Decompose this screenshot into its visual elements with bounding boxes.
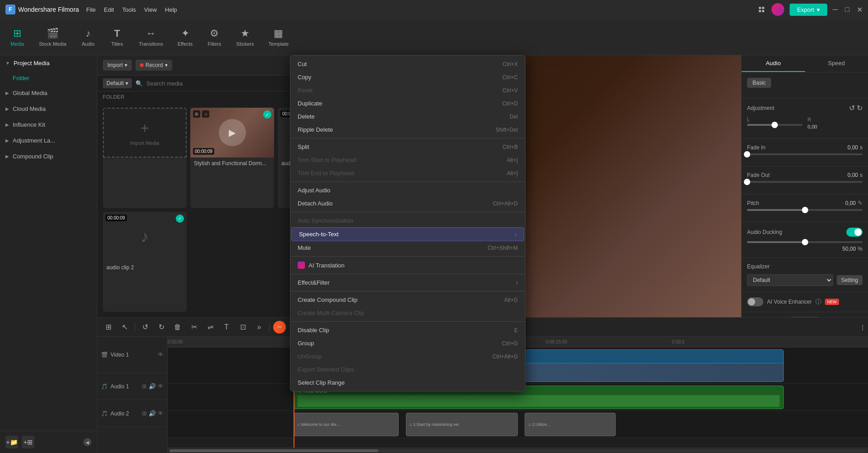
timeline-scrollbar[interactable]: [168, 448, 868, 453]
basic-button[interactable]: Basic: [747, 78, 771, 88]
import-media-item[interactable]: + Import Media: [103, 108, 187, 208]
eye-icon[interactable]: 👁: [158, 351, 164, 358]
menu-tools[interactable]: Tools: [122, 6, 136, 13]
chevron-right-icon: ▶: [5, 91, 9, 95]
ctx-effect-filter[interactable]: Effect&Filter ›: [290, 276, 525, 289]
equalizer-select[interactable]: Default: [747, 274, 833, 286]
sidebar-item-influence-kit[interactable]: ▶ Influence Kit: [0, 117, 97, 133]
sub-clip-3-label: ♫ 2:Utilize...: [528, 422, 550, 427]
ctx-paste: Paste Ctrl+V: [290, 84, 525, 97]
media-item-audio2[interactable]: ♪ 00:00:09 ✓ audio clip 2: [103, 212, 187, 312]
tab-audio[interactable]: Audio: [742, 55, 805, 72]
ctx-select-clip-range[interactable]: Select Clip Range: [290, 376, 525, 389]
toolbar: ⊞ Media 🎬 Stock Media ♪ Audio T Titles ↔…: [0, 19, 868, 55]
more-button[interactable]: »: [253, 321, 265, 334]
tool-audio[interactable]: ♪ Audio: [75, 25, 102, 49]
grid-icon[interactable]: [759, 7, 766, 12]
record-button[interactable]: Record ▾: [135, 60, 172, 71]
setting-button[interactable]: Setting: [837, 275, 863, 285]
fade-out-row: Fade Out 0,00 s: [747, 172, 863, 183]
redo-timeline-button[interactable]: ↻: [155, 321, 168, 334]
ripple-edit-button[interactable]: ⇌: [204, 321, 217, 334]
fade-out-slider[interactable]: [747, 181, 863, 183]
menu-view[interactable]: View: [144, 6, 157, 13]
eye3-icon[interactable]: 👁: [158, 410, 164, 417]
sort-button[interactable]: Default ▾: [103, 78, 132, 88]
sidebar-subitem-folder[interactable]: Folder: [0, 71, 97, 85]
undo-button[interactable]: ↺: [849, 104, 855, 112]
ctx-duplicate[interactable]: Duplicate Ctrl+D: [290, 97, 525, 110]
delete-timeline-button[interactable]: 🗑: [171, 321, 184, 334]
l-slider-track[interactable]: [747, 124, 802, 126]
select-tool-button[interactable]: ↖: [118, 321, 131, 334]
ctx-disable-clip[interactable]: Disable Clip E: [290, 324, 525, 337]
ai-voice-toggle[interactable]: [747, 297, 763, 306]
menu-edit[interactable]: Edit: [104, 6, 114, 13]
fade-in-slider[interactable]: [747, 153, 863, 155]
audio2-clip-2[interactable]: ♫ 1:Start by maximizing ver: [406, 413, 518, 436]
undo-timeline-button[interactable]: ↺: [139, 321, 151, 334]
tool-stickers[interactable]: ★ Stickers: [230, 25, 260, 49]
ctx-mute[interactable]: Mute Ctrl+Shift+M: [290, 241, 525, 254]
ctx-detach-audio[interactable]: Detach Audio Ctrl+Alt+D: [290, 197, 525, 210]
chevron-right-icon: ▶: [5, 154, 9, 159]
scissors-button[interactable]: ✂: [188, 321, 200, 334]
sidebar-item-project-media[interactable]: ▼ Project Media: [0, 55, 97, 71]
text-button[interactable]: T: [220, 321, 233, 334]
add-folder-button[interactable]: +📁: [5, 436, 18, 448]
ctx-cut[interactable]: Cut Ctrl+X: [290, 57, 525, 71]
ctx-copy[interactable]: Copy Ctrl+C: [290, 71, 525, 84]
tool-filters[interactable]: ⚙ Filters: [201, 25, 228, 49]
tool-stock-media[interactable]: 🎬 Stock Media: [33, 25, 73, 49]
ctx-delete[interactable]: Delete Del: [290, 110, 525, 123]
sidebar-item-adjustment-layer[interactable]: ▶ Adjustment La...: [0, 133, 97, 148]
speaker-icon[interactable]: 🔊: [149, 383, 156, 390]
scrollbar-track[interactable]: [169, 449, 866, 452]
minimize-button[interactable]: ─: [833, 5, 838, 14]
menu-help[interactable]: Help: [165, 6, 177, 13]
collapse-sidebar-button[interactable]: ◀: [83, 438, 92, 446]
sidebar-item-cloud-media[interactable]: ▶ Cloud Media: [0, 101, 97, 117]
audio2-clip-1[interactable]: ♫ Welcome to our dor...: [294, 413, 399, 436]
import-button[interactable]: Import ▾: [103, 60, 132, 71]
tool-effects[interactable]: ✦ Effects: [171, 25, 199, 49]
audio-ducking-toggle[interactable]: [846, 228, 863, 237]
info-icon[interactable]: ⓘ: [815, 298, 821, 306]
playhead-special[interactable]: ✂: [273, 321, 286, 334]
copy2-icon[interactable]: ⊞: [142, 410, 147, 417]
media-item-dorm[interactable]: ▶ ⊞ ♫ ✓ 00:00:09 Stylish and Functional …: [190, 108, 274, 208]
export-button[interactable]: Export ▾: [790, 4, 827, 16]
close-button[interactable]: ✕: [857, 5, 863, 14]
maximize-button[interactable]: □: [845, 5, 849, 14]
speaker2-icon[interactable]: 🔊: [149, 410, 156, 417]
menu-file[interactable]: File: [86, 6, 96, 13]
sidebar-item-global-media[interactable]: ▶ Global Media: [0, 85, 97, 101]
ctx-group[interactable]: Group Ctrl+G: [290, 337, 525, 350]
ctx-adjust-audio[interactable]: Adjust Audio: [290, 184, 525, 197]
copy-icon[interactable]: ⊞: [142, 383, 147, 390]
eye2-icon[interactable]: 👁: [158, 383, 164, 390]
scene-split-button[interactable]: ⊞: [102, 321, 115, 334]
sidebar-item-compound-clip[interactable]: ▶ Compound Clip: [0, 148, 97, 164]
tool-transitions[interactable]: ↔ Transitions: [133, 25, 169, 49]
tool-titles[interactable]: T Titles: [104, 25, 131, 49]
ctx-ripple-delete[interactable]: Ripple Delete Shift+Del: [290, 123, 525, 136]
audio2-clip-3[interactable]: ♫ 2:Utilize...: [525, 413, 616, 436]
music-icon: 🎵: [101, 383, 108, 390]
ducking-slider[interactable]: [747, 241, 863, 243]
crop-button[interactable]: ⊡: [236, 321, 249, 334]
ctx-ai-translation[interactable]: AI Translation: [290, 258, 525, 272]
scrollbar-thumb[interactable]: [169, 449, 378, 452]
toggle-knob: [854, 229, 862, 236]
pitch-slider[interactable]: [747, 209, 863, 211]
tab-speed[interactable]: Speed: [805, 55, 868, 72]
ctx-create-compound[interactable]: Create Compound Clip Alt+G: [290, 293, 525, 306]
avatar[interactable]: [772, 3, 784, 16]
ctx-split[interactable]: Split Ctrl+B: [290, 140, 525, 153]
add-item-button[interactable]: +⊞: [22, 436, 34, 448]
tool-media[interactable]: ⊞ Media: [4, 25, 31, 49]
redo-button[interactable]: ↻: [857, 104, 863, 112]
pitch-edit-icon[interactable]: ✎: [858, 200, 863, 206]
ctx-speech-to-text[interactable]: Speech-to-Text ›: [291, 227, 524, 241]
tool-template[interactable]: ▦ Template: [262, 25, 295, 49]
